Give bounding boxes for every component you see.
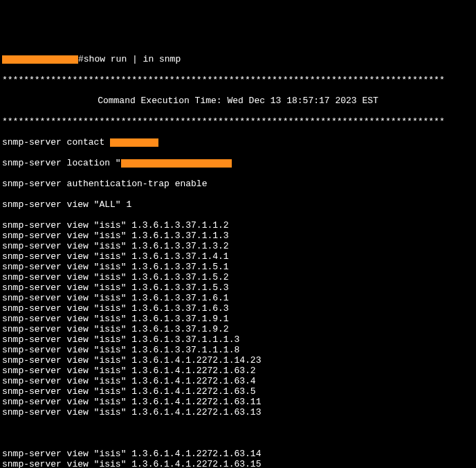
view-all-line: snmp-server view "ALL" 1 <box>2 199 474 210</box>
command-text: #show run | in snmp <box>78 54 181 64</box>
isis-lines-block-2: snmp-server view "isis" 1.3.6.1.4.1.2272… <box>2 449 474 468</box>
isis-view-line: snmp-server view "isis" 1.3.6.1.3.37.1.3… <box>2 241 474 251</box>
isis-view-line: snmp-server view "isis" 1.3.6.1.4.1.2272… <box>2 459 474 468</box>
isis-view-line: snmp-server view "isis" 1.3.6.1.3.37.1.5… <box>2 262 474 272</box>
redacted-location <box>121 159 232 168</box>
isis-view-line: snmp-server view "isis" 1.3.6.1.3.37.1.6… <box>2 293 474 303</box>
isis-view-line: snmp-server view "isis" 1.3.6.1.4.1.2272… <box>2 366 474 376</box>
prompt-line: #show run | in snmp <box>2 54 474 64</box>
exec-time-line: Command Execution Time: Wed Dec 13 18:57… <box>2 96 474 106</box>
location-line: snmp-server location " <box>2 158 474 168</box>
redacted-hostname <box>2 55 78 64</box>
isis-view-line: snmp-server view "isis" 1.3.6.1.3.37.1.1… <box>2 345 474 355</box>
blank-line <box>2 428 474 438</box>
auth-trap-line: snmp-server authentication-trap enable <box>2 179 474 189</box>
redacted-contact <box>110 138 158 147</box>
isis-view-line: snmp-server view "isis" 1.3.6.1.3.37.1.4… <box>2 251 474 262</box>
isis-view-line: snmp-server view "isis" 1.3.6.1.3.37.1.1… <box>2 231 474 241</box>
isis-view-line: snmp-server view "isis" 1.3.6.1.4.1.2272… <box>2 407 474 417</box>
isis-lines-block-1: snmp-server view "isis" 1.3.6.1.3.37.1.1… <box>2 220 474 417</box>
isis-view-line: snmp-server view "isis" 1.3.6.1.4.1.2272… <box>2 397 474 407</box>
location-prefix: snmp-server location " <box>2 158 121 168</box>
contact-line: snmp-server contact <box>2 137 474 147</box>
isis-view-line: snmp-server view "isis" 1.3.6.1.4.1.2272… <box>2 449 474 459</box>
contact-prefix: snmp-server contact <box>2 137 110 147</box>
terminal-output: #show run | in snmp ********************… <box>2 44 474 468</box>
isis-view-line: snmp-server view "isis" 1.3.6.1.4.1.2272… <box>2 386 474 397</box>
isis-view-line: snmp-server view "isis" 1.3.6.1.3.37.1.9… <box>2 314 474 324</box>
separator-line: ****************************************… <box>2 116 474 127</box>
isis-view-line: snmp-server view "isis" 1.3.6.1.3.37.1.1… <box>2 220 474 231</box>
isis-view-line: snmp-server view "isis" 1.3.6.1.3.37.1.5… <box>2 272 474 282</box>
isis-view-line: snmp-server view "isis" 1.3.6.1.4.1.2272… <box>2 376 474 386</box>
isis-view-line: snmp-server view "isis" 1.3.6.1.3.37.1.9… <box>2 324 474 334</box>
separator-line: ****************************************… <box>2 75 474 85</box>
isis-view-line: snmp-server view "isis" 1.3.6.1.3.37.1.6… <box>2 303 474 314</box>
isis-view-line: snmp-server view "isis" 1.3.6.1.3.37.1.5… <box>2 282 474 293</box>
isis-view-line: snmp-server view "isis" 1.3.6.1.4.1.2272… <box>2 355 474 366</box>
isis-view-line: snmp-server view "isis" 1.3.6.1.3.37.1.1… <box>2 334 474 345</box>
